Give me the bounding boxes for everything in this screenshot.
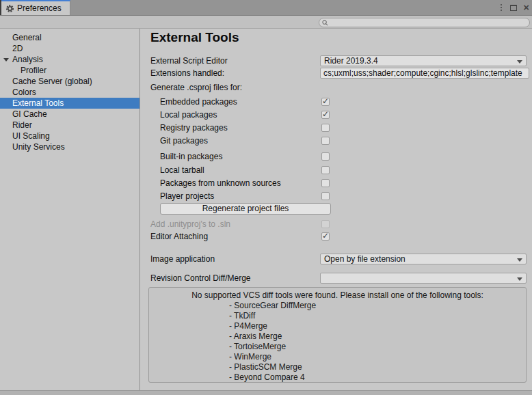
editor-attaching-row: Editor Attaching <box>141 231 532 242</box>
checkbox-local-packages[interactable] <box>321 111 330 119</box>
vcs-notice-box: No supported VCS diff tools were found. … <box>148 287 527 383</box>
search-input[interactable] <box>330 18 527 27</box>
chevron-down-icon <box>517 277 522 281</box>
vcs-tool-item: - TkDiff <box>229 311 526 321</box>
vcs-tool-item: - WinMerge <box>229 352 526 362</box>
option-row-local-tarball: Local tarball <box>141 165 532 176</box>
tab-preferences[interactable]: Preferences <box>1 0 70 15</box>
option-row-registry-packages: Registry packages <box>141 122 532 133</box>
image-application-value: Open by file extension <box>324 254 405 264</box>
generate-csproj-label: Generate .csproj files for: <box>141 83 242 92</box>
revision-control-row: Revision Control Diff/Merge <box>141 273 532 284</box>
option-label: Local tarball <box>141 165 204 175</box>
body: General 2D Analysis Profiler Cache Serve… <box>0 29 532 390</box>
option-row-embedded-packages: Embedded packages <box>141 96 532 107</box>
sidebar-item-gi-cache[interactable]: GI Cache <box>0 109 139 120</box>
extensions-handled-label: Extensions handled: <box>141 68 224 78</box>
external-script-editor-value: Rider 2019.3.4 <box>324 56 378 66</box>
option-label: Embedded packages <box>141 97 237 107</box>
checkbox-git-packages[interactable] <box>321 137 330 145</box>
option-label: Local packages <box>141 110 217 120</box>
tab-title: Preferences <box>17 3 62 13</box>
tab-bar: Preferences × <box>0 0 532 15</box>
option-label: Player projects <box>141 191 214 201</box>
option-label: Registry packages <box>141 123 228 133</box>
sidebar-item-2d[interactable]: 2D <box>0 43 139 54</box>
main-panel: External Tools External Script Editor Ri… <box>141 29 532 390</box>
chevron-down-icon <box>517 60 522 64</box>
sidebar-item-external-tools[interactable]: External Tools <box>0 98 139 109</box>
checkbox-local-tarball[interactable] <box>321 166 330 174</box>
checkbox-player-projects[interactable] <box>321 192 330 200</box>
extensions-handled-row: Extensions handled: cs;uxml;uss;shader;c… <box>141 68 532 79</box>
sidebar-item-cache-server[interactable]: Cache Server (global) <box>0 76 139 87</box>
vcs-tool-item: - P4Merge <box>229 321 526 331</box>
sidebar-item-analysis[interactable]: Analysis <box>0 54 139 65</box>
page-title: External Tools <box>150 30 239 45</box>
sidebar-item-unity-services[interactable]: Unity Services <box>0 141 139 152</box>
regenerate-project-files-button[interactable]: Regenerate project files <box>160 203 331 215</box>
vcs-tool-item: - SourceGear DiffMerge <box>229 301 526 311</box>
vcs-tool-item: - TortoiseMerge <box>229 342 526 352</box>
vcs-notice-heading: No supported VCS diff tools were found. … <box>149 290 526 301</box>
maximize-icon[interactable] <box>510 5 517 11</box>
sidebar-item-rider[interactable]: Rider <box>0 120 139 131</box>
sidebar-item-label: Analysis <box>12 55 43 64</box>
search-box[interactable] <box>319 18 530 27</box>
bottom-strip <box>0 390 532 395</box>
foldout-arrow-icon[interactable] <box>3 58 9 62</box>
external-script-editor-label: External Script Editor <box>141 56 228 66</box>
checkbox-add-unityproj <box>321 220 330 228</box>
checkbox-built-in-packages[interactable] <box>321 152 330 161</box>
editor-attaching-label: Editor Attaching <box>141 232 208 241</box>
checkbox-embedded-packages[interactable] <box>321 98 330 106</box>
sidebar: General 2D Analysis Profiler Cache Serve… <box>0 29 140 390</box>
toolbar <box>0 15 532 29</box>
vcs-tool-item: - Beyond Compare 4 <box>229 372 526 383</box>
checkbox-packages-unknown-sources[interactable] <box>321 179 330 187</box>
sidebar-item-colors[interactable]: Colors <box>0 87 139 98</box>
generate-csproj-row: Generate .csproj files for: <box>141 82 532 93</box>
add-unityproj-label: Add .unityproj's to .sln <box>141 219 230 229</box>
gear-icon <box>5 4 14 13</box>
option-label: Git packages <box>141 136 208 146</box>
option-row-built-in-packages: Built-in packages <box>141 151 532 162</box>
extensions-handled-input[interactable]: cs;uxml;uss;shader;compute;cginc;hlsl;gl… <box>320 68 529 79</box>
add-unityproj-row: Add .unityproj's to .sln <box>141 219 532 230</box>
option-label: Packages from unknown sources <box>141 178 281 188</box>
menu-icon[interactable] <box>498 3 504 12</box>
option-row-player-projects: Player projects <box>141 191 532 202</box>
vcs-tool-item: - Araxis Merge <box>229 331 526 342</box>
revision-control-dropdown[interactable] <box>320 273 527 284</box>
search-icon <box>322 20 328 26</box>
image-application-label: Image application <box>141 254 215 264</box>
external-script-editor-dropdown[interactable]: Rider 2019.3.4 <box>320 55 527 66</box>
sidebar-item-profiler[interactable]: Profiler <box>0 65 139 76</box>
image-application-dropdown[interactable]: Open by file extension <box>320 254 527 264</box>
option-row-local-packages: Local packages <box>141 109 532 120</box>
option-row-git-packages: Git packages <box>141 135 532 146</box>
checkbox-registry-packages[interactable] <box>321 124 330 132</box>
revision-control-label: Revision Control Diff/Merge <box>141 273 251 283</box>
image-application-row: Image application Open by file extension <box>141 254 532 264</box>
vcs-tool-item: - PlasticSCM Merge <box>229 362 526 372</box>
option-row-packages-unknown-sources: Packages from unknown sources <box>141 178 532 189</box>
preferences-window: Preferences × General 2D Analy <box>0 0 532 395</box>
option-label: Built-in packages <box>141 152 222 161</box>
chevron-down-icon <box>517 258 522 262</box>
sidebar-item-general[interactable]: General <box>0 32 139 43</box>
close-icon[interactable]: × <box>523 3 529 12</box>
checkbox-editor-attaching[interactable] <box>321 232 330 241</box>
window-controls: × <box>498 0 529 15</box>
sidebar-item-ui-scaling[interactable]: UI Scaling <box>0 131 139 141</box>
external-script-editor-row: External Script Editor Rider 2019.3.4 <box>141 55 532 66</box>
